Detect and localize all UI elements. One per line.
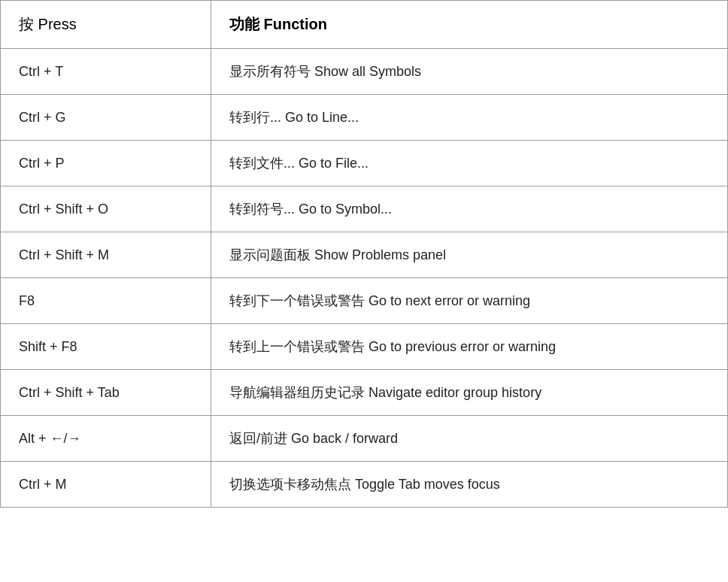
shortcut-key: Ctrl + T xyxy=(1,49,211,95)
shortcuts-table: 按 Press 功能 Function Ctrl + T显示所有符号 Show … xyxy=(0,0,728,508)
shortcut-key: Ctrl + Shift + Tab xyxy=(1,370,211,416)
table-row: Ctrl + P转到文件... Go to File... xyxy=(1,141,728,186)
table-row: Ctrl + M切换选项卡移动焦点 Toggle Tab moves focus xyxy=(1,462,728,508)
shortcut-description: 转到行... Go to Line... xyxy=(211,95,728,141)
table-row: Ctrl + Shift + Tab导航编辑器组历史记录 Navigate ed… xyxy=(1,370,728,416)
shortcut-key: Alt + ←/→ xyxy=(1,416,211,462)
table-row: Ctrl + T显示所有符号 Show all Symbols xyxy=(1,49,728,95)
shortcut-description: 切换选项卡移动焦点 Toggle Tab moves focus xyxy=(211,462,728,508)
shortcut-key: Ctrl + G xyxy=(1,95,211,141)
header-function: 功能 Function xyxy=(211,1,728,49)
shortcut-key: F8 xyxy=(1,278,211,324)
table-row: Ctrl + G转到行... Go to Line... xyxy=(1,95,728,141)
shortcut-description: 转到上一个错误或警告 Go to previous error or warni… xyxy=(211,324,728,370)
shortcut-key: Ctrl + Shift + M xyxy=(1,232,211,278)
shortcut-key: Shift + F8 xyxy=(1,324,211,370)
table-row: Ctrl + Shift + M显示问题面板 Show Problems pan… xyxy=(1,232,728,278)
shortcut-description: 显示问题面板 Show Problems panel xyxy=(211,232,728,278)
shortcut-key: Ctrl + Shift + O xyxy=(1,186,211,232)
table-row: Ctrl + Shift + O转到符号... Go to Symbol... xyxy=(1,186,728,232)
table-row: Alt + ←/→返回/前进 Go back / forward xyxy=(1,416,728,462)
shortcut-description: 显示所有符号 Show all Symbols xyxy=(211,49,728,95)
shortcut-description: 转到下一个错误或警告 Go to next error or warning xyxy=(211,278,728,324)
header-press: 按 Press xyxy=(1,1,211,49)
shortcut-description: 导航编辑器组历史记录 Navigate editor group history xyxy=(211,370,728,416)
shortcut-description: 转到文件... Go to File... xyxy=(211,141,728,186)
shortcut-description: 转到符号... Go to Symbol... xyxy=(211,186,728,232)
table-row: F8转到下一个错误或警告 Go to next error or warning xyxy=(1,278,728,324)
table-row: Shift + F8转到上一个错误或警告 Go to previous erro… xyxy=(1,324,728,370)
shortcut-key: Ctrl + P xyxy=(1,141,211,186)
shortcut-key: Ctrl + M xyxy=(1,462,211,508)
shortcut-description: 返回/前进 Go back / forward xyxy=(211,416,728,462)
